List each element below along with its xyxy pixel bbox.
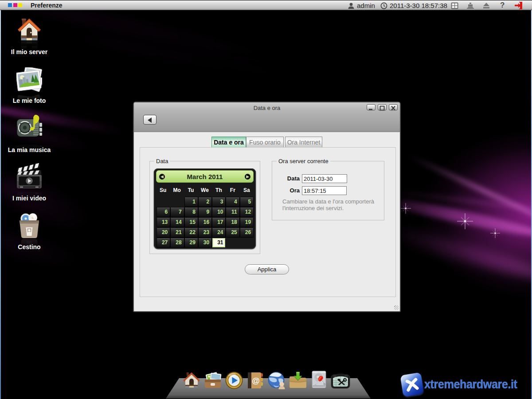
svg-text:@: @ — [252, 376, 260, 385]
